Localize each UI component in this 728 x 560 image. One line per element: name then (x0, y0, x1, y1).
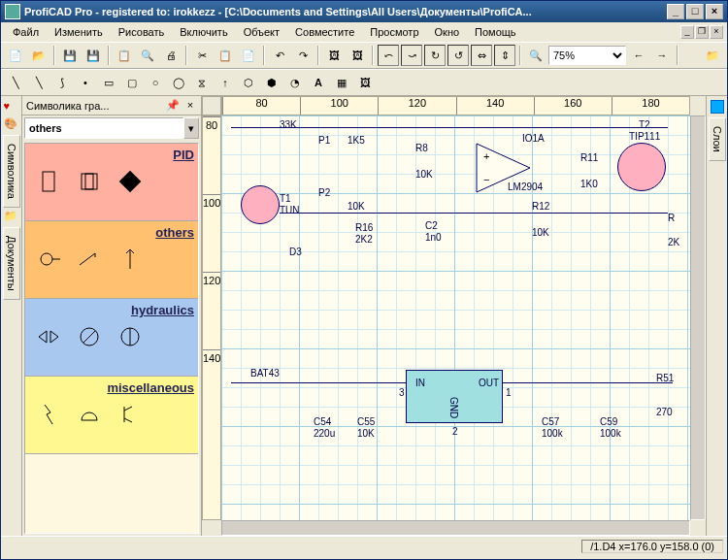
label-r11v: 1K0 (580, 179, 598, 189)
paste-button[interactable]: 📄 (238, 45, 259, 66)
mdi-restore-button[interactable]: ❐ (695, 25, 709, 39)
symbol-list[interactable]: PID others hydraulics miscellaneous (24, 143, 199, 534)
category-combo[interactable] (24, 117, 183, 139)
back-button[interactable]: ← (628, 45, 649, 66)
rotate-270-button[interactable]: ↺ (447, 45, 469, 66)
right-sidebar-strip: Слои (706, 96, 727, 536)
misc-symbol-2[interactable] (78, 403, 101, 426)
close-button[interactable]: × (706, 4, 723, 19)
print-button[interactable]: 🖨 (160, 45, 182, 66)
drawing-canvas[interactable]: 33K P1 1K5 R8 10K IO1A LM2904 R11 1K0 T2… (221, 115, 690, 520)
fill-tool[interactable]: ⬢ (261, 72, 282, 93)
scrollbar-vertical[interactable] (690, 115, 706, 520)
point-tool[interactable]: • (75, 72, 96, 93)
label-r51v: 270 (656, 407, 673, 417)
arrow-tool[interactable]: ↑ (215, 72, 236, 93)
scrollbar-horizontal[interactable] (221, 520, 690, 536)
rotate-right-button[interactable]: ⤻ (401, 45, 422, 66)
hourglass-tool[interactable]: ⧖ (191, 72, 213, 93)
circle-tool[interactable]: ◯ (168, 72, 189, 93)
misc-symbol-1[interactable] (37, 403, 60, 426)
rotate-left-button[interactable]: ⤺ (378, 45, 399, 66)
pid-symbol-3[interactable] (118, 170, 142, 193)
save-as-button[interactable]: 💾 (83, 45, 104, 66)
label-c55: C55 (357, 416, 375, 427)
zoom-select[interactable]: 75% (548, 46, 626, 65)
folder-button[interactable]: 📁 (702, 45, 723, 66)
category-others[interactable]: others (25, 221, 198, 299)
redo-button[interactable]: ↷ (292, 45, 314, 66)
rotate-90-button[interactable]: ↻ (424, 45, 446, 66)
label-gnd: GND (448, 397, 459, 418)
pin-icon[interactable]: 📌 (166, 99, 180, 112)
panel-close-button[interactable]: × (183, 99, 197, 113)
preview-button[interactable]: 🔍 (137, 45, 158, 66)
label-c54: C54 (314, 416, 331, 427)
line-tool[interactable]: ╲ (5, 72, 26, 93)
arc-tool[interactable]: ⟆ (51, 72, 73, 93)
misc-symbol-3[interactable] (118, 403, 142, 426)
new-button[interactable]: 📄 (5, 45, 26, 66)
pid-symbol-2[interactable] (78, 170, 101, 193)
others-symbol-3[interactable] (118, 247, 142, 271)
combo-dropdown-button[interactable]: ▾ (183, 117, 199, 139)
flip-h-button[interactable]: ⇔ (471, 45, 492, 66)
roundrect-tool[interactable]: ▢ (121, 72, 143, 93)
menu-help[interactable]: Помощь (467, 24, 524, 40)
canvas-area: 80100120140160180 80100120140 33K P1 1K5… (202, 96, 706, 536)
image1-button[interactable]: 🖼 (323, 45, 345, 66)
heart-icon[interactable]: ♥ (4, 100, 19, 115)
layers-icon[interactable] (711, 100, 724, 114)
copy-doc-button[interactable]: 📋 (114, 45, 135, 66)
folder-side-icon[interactable]: 📁 (4, 210, 19, 225)
label-r12: R12 (532, 201, 549, 212)
zoom-tool-button[interactable]: 🔍 (525, 45, 546, 66)
undo-button[interactable]: ↶ (269, 45, 290, 66)
pid-symbol-1[interactable] (37, 170, 60, 193)
category-hydraulics[interactable]: hydraulics (25, 299, 198, 377)
save-button[interactable]: 💾 (59, 45, 81, 66)
image-tool[interactable]: 🖼 (354, 72, 376, 93)
sidebar-tab-layers[interactable]: Слои (709, 117, 726, 161)
label-t2v: TIP111 (629, 131, 660, 142)
rect-tool[interactable]: ▭ (98, 72, 119, 93)
pie-tool[interactable]: ◔ (284, 72, 306, 93)
forward-button[interactable]: → (651, 45, 673, 66)
category-pid[interactable]: PID (25, 144, 198, 221)
ellipse-tool[interactable]: ○ (145, 72, 166, 93)
hydraulics-symbol-1[interactable] (37, 325, 60, 348)
label-pin3: 3 (399, 387, 405, 398)
menu-draw[interactable]: Рисовать (111, 24, 173, 40)
table-tool[interactable]: ▦ (331, 72, 352, 93)
copy-button[interactable]: 📋 (215, 45, 236, 66)
label-c2v: 1n0 (425, 232, 442, 243)
mdi-minimize-button[interactable]: _ (680, 25, 694, 39)
hydraulics-symbol-3[interactable] (118, 325, 142, 348)
polygon-tool[interactable]: ⬡ (238, 72, 259, 93)
menu-include[interactable]: Включить (172, 24, 235, 40)
menu-window[interactable]: Окно (427, 24, 468, 40)
category-miscellaneous[interactable]: miscellaneous (25, 377, 198, 454)
mdi-close-button[interactable]: × (710, 25, 723, 39)
label-c57v: 100k (542, 428, 563, 439)
cut-button[interactable]: ✂ (191, 45, 213, 66)
menu-view[interactable]: Просмотр (362, 24, 426, 40)
others-symbol-2[interactable] (78, 247, 101, 271)
image2-button[interactable]: 🖼 (347, 45, 368, 66)
others-symbol-1[interactable] (37, 247, 60, 271)
palette-icon[interactable]: 🎨 (4, 117, 19, 133)
text-tool[interactable]: A (308, 72, 329, 93)
maximize-button[interactable]: □ (686, 4, 704, 19)
polyline-tool[interactable]: ╲ (28, 72, 50, 93)
sidebar-tab-symbols[interactable]: Символика (3, 135, 20, 208)
flip-v-button[interactable]: ⇕ (494, 45, 515, 66)
sidebar-tab-documents[interactable]: Документы (3, 227, 20, 300)
menu-file[interactable]: Файл (5, 24, 47, 40)
menu-edit[interactable]: Изменить (47, 24, 111, 40)
open-button[interactable]: 📂 (28, 45, 50, 66)
menu-object[interactable]: Объект (236, 24, 287, 40)
hydraulics-symbol-2[interactable] (78, 325, 101, 348)
menu-align[interactable]: Совместите (287, 24, 362, 40)
minimize-button[interactable]: _ (667, 4, 684, 19)
statusbar: /1.D4 x=176.0 y=158.0 (0) (1, 536, 727, 555)
